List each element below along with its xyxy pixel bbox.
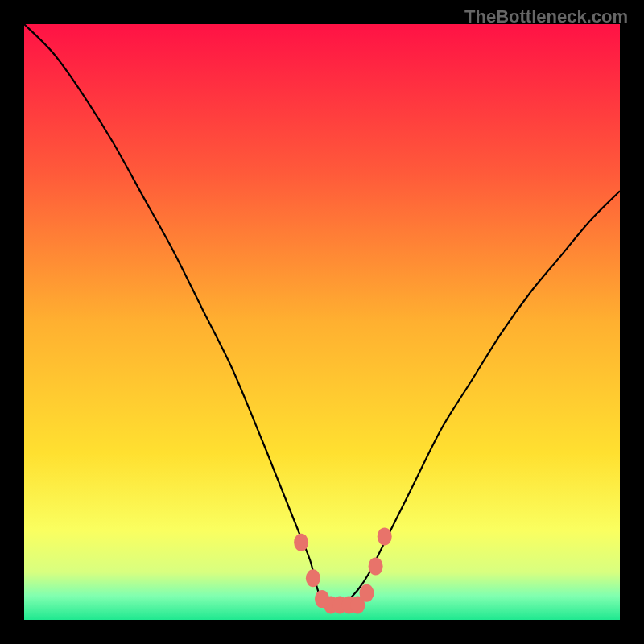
chart-frame <box>24 24 620 620</box>
curve-layer <box>24 24 620 620</box>
bottleneck-curve <box>24 24 620 609</box>
marker-point <box>360 584 374 602</box>
marker-point <box>294 534 308 551</box>
marker-point <box>306 569 320 587</box>
chart-area <box>24 24 620 620</box>
marker-point <box>378 527 392 545</box>
watermark-text: TheBottleneck.com <box>464 6 628 27</box>
markers-group <box>294 527 392 613</box>
marker-point <box>369 557 383 575</box>
